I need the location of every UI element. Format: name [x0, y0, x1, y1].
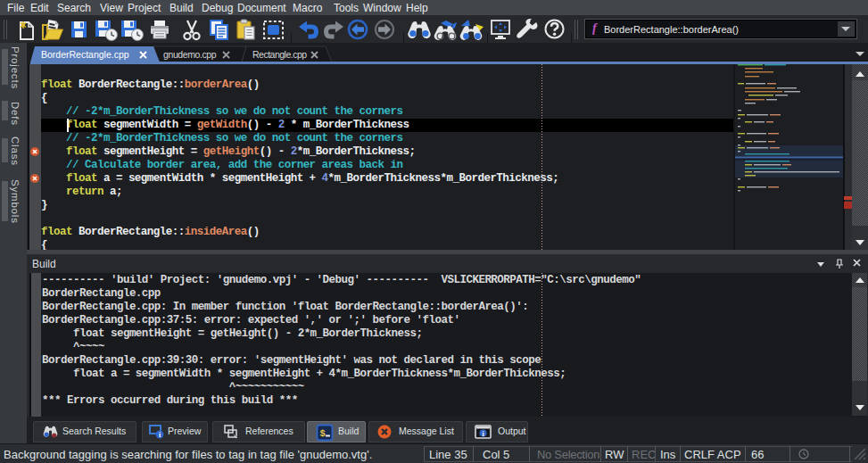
svg-text:$: $ [320, 428, 326, 439]
